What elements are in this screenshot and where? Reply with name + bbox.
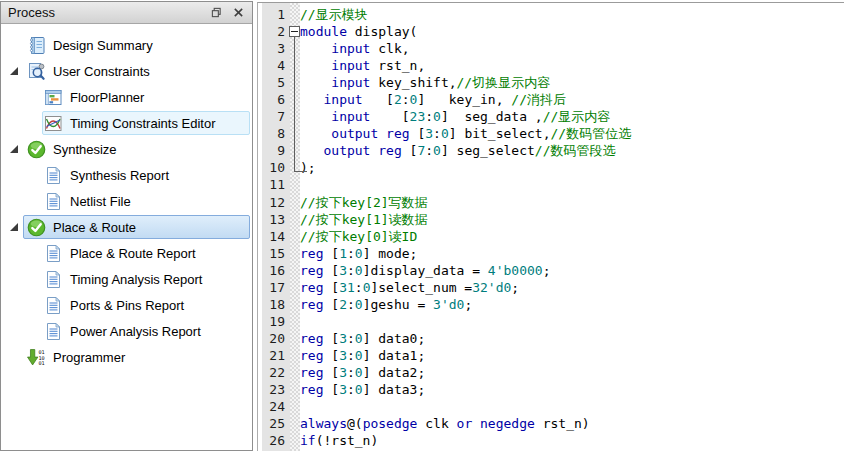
- code-line[interactable]: 7 input [23:0] seg_data ,//显示内容: [258, 108, 844, 125]
- expand-arrow-slot: [7, 145, 27, 153]
- code-text: if(!rst_n): [300, 432, 844, 449]
- code-line[interactable]: 23reg [3:0] data3;: [258, 381, 844, 398]
- report-icon: [44, 296, 63, 315]
- fold-mark-cell: [290, 398, 300, 415]
- tree-item-ports-pins-report[interactable]: Ports & Pins Report: [1, 292, 252, 318]
- float-icon: [211, 7, 222, 18]
- code-text: //按下key[2]写数据: [300, 194, 844, 211]
- fold-mark-cell: [290, 262, 300, 279]
- code-text: input [2:0] key_in, //消抖后: [300, 91, 844, 108]
- tree-item-label: Synthesis Report: [70, 168, 169, 183]
- tree-item-power-analysis-report[interactable]: Power Analysis Report: [1, 318, 252, 344]
- expand-arrow-icon[interactable]: [10, 145, 18, 153]
- fold-line: [294, 108, 295, 125]
- expand-arrow-icon[interactable]: [10, 67, 18, 75]
- code-text: module display(: [300, 23, 844, 40]
- code-line[interactable]: 1//显示模块: [258, 6, 844, 23]
- fold-mark-cell: [290, 6, 300, 23]
- code-text: reg [3:0] data0;: [300, 330, 844, 347]
- tree-item-label: Place & Route: [53, 220, 136, 235]
- code-line[interactable]: 2module display(: [258, 23, 844, 40]
- code-line[interactable]: 6 input [2:0] key_in, //消抖后: [258, 91, 844, 108]
- close-button[interactable]: [229, 4, 248, 21]
- tree-item-label: Design Summary: [53, 38, 153, 53]
- code-text: [300, 398, 844, 415]
- code-editor[interactable]: 1//显示模块2module display(3 input clk,4 inp…: [257, 2, 844, 451]
- tree-item-place-route[interactable]: Place & Route: [1, 214, 252, 240]
- expand-arrow-slot: [7, 223, 27, 231]
- tree-item-label: Ports & Pins Report: [70, 298, 184, 313]
- code-line[interactable]: 13//按下key[1]读数据: [258, 211, 844, 228]
- fold-mark-cell: [290, 57, 300, 74]
- code-line[interactable]: 21reg [3:0] data1;: [258, 347, 844, 364]
- line-number: 14: [262, 228, 290, 245]
- code-text: output reg [7:0] seg_select//数码管段选: [300, 142, 844, 159]
- tree-item-design-summary[interactable]: Design Summary: [1, 32, 252, 58]
- tree-item-floorplanner[interactable]: FloorPlanner: [1, 84, 252, 110]
- code-line[interactable]: 22reg [3:0] data2;: [258, 364, 844, 381]
- fold-mark-cell: [290, 159, 300, 176]
- code-line[interactable]: 11: [258, 176, 844, 193]
- code-line[interactable]: 12//按下key[2]写数据: [258, 194, 844, 211]
- fold-mark-cell: [290, 279, 300, 296]
- fold-mark-cell: [290, 296, 300, 313]
- code-line[interactable]: 18reg [2:0]geshu = 3'd0;: [258, 296, 844, 313]
- tree-item-synthesis-report[interactable]: Synthesis Report: [1, 162, 252, 188]
- line-number: 6: [262, 91, 290, 108]
- code-line[interactable]: 24: [258, 398, 844, 415]
- code-line[interactable]: 25always@(posedge clk or negedge rst_n): [258, 415, 844, 432]
- line-number: 15: [262, 245, 290, 262]
- line-number: 20: [262, 330, 290, 347]
- tree-item-label: FloorPlanner: [70, 90, 144, 105]
- tree-item-netlist-file[interactable]: Netlist File: [1, 188, 252, 214]
- fold-mark-cell: [290, 313, 300, 330]
- report-icon: [44, 322, 63, 341]
- code-text: reg [3:0]display_data = 4'b0000;: [300, 262, 844, 279]
- code-line[interactable]: 15reg [1:0] mode;: [258, 245, 844, 262]
- fold-mark-cell: [290, 228, 300, 245]
- code-text: //按下key[0]读ID: [300, 228, 844, 245]
- fold-mark-cell: [290, 330, 300, 347]
- fold-line: [294, 125, 295, 142]
- timing-editor-icon: [44, 114, 63, 133]
- expand-arrow-icon[interactable]: [10, 223, 18, 231]
- fold-collapse-icon[interactable]: [289, 26, 300, 37]
- code-line[interactable]: 20reg [3:0] data0;: [258, 330, 844, 347]
- fold-mark-cell: [290, 176, 300, 193]
- code-line[interactable]: 4 input rst_n,: [258, 57, 844, 74]
- fold-mark-cell: [290, 364, 300, 381]
- code-text: input clk,: [300, 40, 844, 57]
- code-line[interactable]: 3 input clk,: [258, 40, 844, 57]
- check-icon: [27, 140, 46, 159]
- code-line[interactable]: 17reg [31:0]select_num =32'd0;: [258, 279, 844, 296]
- float-button[interactable]: [207, 4, 226, 21]
- tree-item-timing-constraints-editor[interactable]: Timing Constraints Editor: [1, 110, 252, 136]
- line-number: 10: [262, 159, 290, 176]
- check-icon: [27, 218, 46, 237]
- tree-item-user-constraints[interactable]: User Constraints: [1, 58, 252, 84]
- code-line[interactable]: 9 output reg [7:0] seg_select//数码管段选: [258, 142, 844, 159]
- fold-mark-cell: [290, 142, 300, 159]
- tree-item-label: Timing Analysis Report: [70, 272, 202, 287]
- tree-item-programmer[interactable]: Programmer: [1, 344, 252, 370]
- code-line[interactable]: 26if(!rst_n): [258, 432, 844, 449]
- fold-mark-cell: [290, 211, 300, 228]
- tree-item-synthesize[interactable]: Synthesize: [1, 136, 252, 162]
- code-text: input key_shift,//切换显示内容: [300, 74, 844, 91]
- code-line[interactable]: 19: [258, 313, 844, 330]
- code-line[interactable]: 16reg [3:0]display_data = 4'b0000;: [258, 262, 844, 279]
- programmer-icon: [27, 348, 46, 367]
- line-number: 8: [262, 125, 290, 142]
- code-text: output reg [3:0] bit_select,//数码管位选: [300, 125, 844, 142]
- fold-mark-cell: [290, 194, 300, 211]
- code-lines: 1//显示模块2module display(3 input clk,4 inp…: [258, 6, 844, 451]
- line-number: 23: [262, 381, 290, 398]
- tree-item-timing-analysis-report[interactable]: Timing Analysis Report: [1, 266, 252, 292]
- code-line[interactable]: 10);: [258, 159, 844, 176]
- fold-mark-cell: [290, 347, 300, 364]
- code-line[interactable]: 8 output reg [3:0] bit_select,//数码管位选: [258, 125, 844, 142]
- tree-item-label: Synthesize: [53, 142, 117, 157]
- code-line[interactable]: 14//按下key[0]读ID: [258, 228, 844, 245]
- tree-item-place-route-report[interactable]: Place & Route Report: [1, 240, 252, 266]
- code-line[interactable]: 5 input key_shift,//切换显示内容: [258, 74, 844, 91]
